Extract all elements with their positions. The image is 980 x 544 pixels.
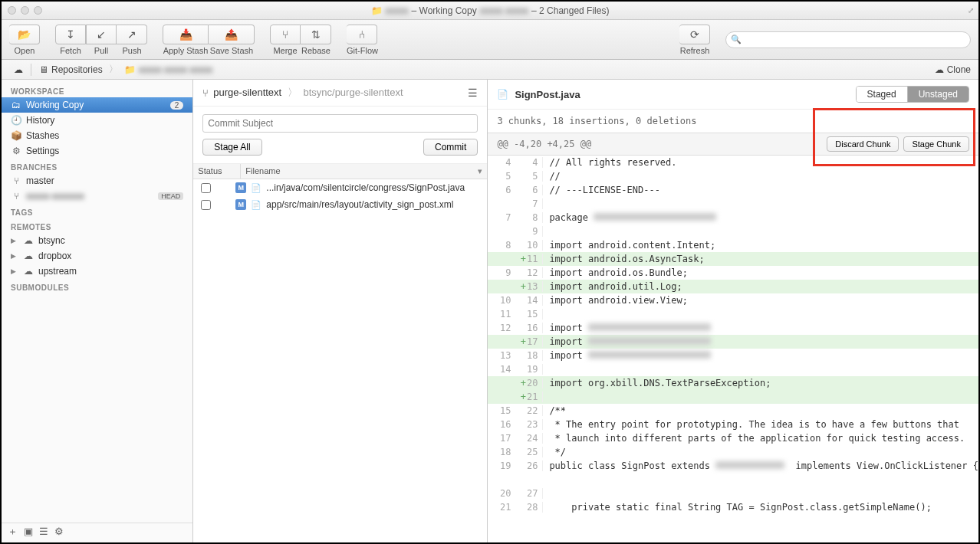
sidebar-item-master[interactable]: ⑂ master <box>2 173 192 188</box>
discard-chunk-button[interactable]: Discard Chunk <box>827 136 899 152</box>
pull-button[interactable]: ↙ <box>86 25 117 44</box>
code-line[interactable]: 20import org.xbill.DNS.TextParseExceptio… <box>488 376 978 390</box>
code-line[interactable]: 1825 */ <box>488 445 978 459</box>
code-line[interactable]: 17import <box>488 335 978 349</box>
gitflow-button[interactable]: ⑃ <box>347 25 377 44</box>
chevron-down-icon[interactable]: ▾ <box>478 166 482 176</box>
chevron-right-icon: ▶ <box>11 237 18 244</box>
unstaged-tab[interactable]: Unstaged <box>907 87 968 102</box>
list-icon[interactable]: ☰ <box>39 526 48 537</box>
stashes-icon: 📦 <box>11 130 21 141</box>
diff-filename: SignPost.java <box>515 89 580 100</box>
remote-icon: ☁ <box>23 235 34 246</box>
code-line[interactable]: 2027 <box>488 487 978 500</box>
remote-icon: ☁ <box>23 266 34 277</box>
commit-subject-input[interactable] <box>202 114 478 133</box>
repositories-crumb[interactable]: 🖥 Repositories <box>35 64 107 75</box>
code-line[interactable]: 21 <box>488 390 978 404</box>
fetch-button[interactable]: ↧ <box>55 25 86 44</box>
expand-icon[interactable]: ⤢ <box>968 6 974 15</box>
merge-button[interactable]: ⑂ <box>270 25 301 44</box>
modified-badge: M <box>235 182 246 193</box>
code-line[interactable]: 9 <box>488 224 978 238</box>
working-copy-icon: 🗂 <box>11 100 21 110</box>
sidebar-item-history[interactable]: 🕘 History <box>2 113 192 128</box>
column-filename[interactable]: Filename▾ <box>241 164 487 179</box>
stage-all-button[interactable]: Stage All <box>202 139 261 156</box>
open-label: Open <box>15 46 35 55</box>
settings-gear-icon[interactable]: ⚙ <box>54 526 64 537</box>
code-line[interactable]: 11import android.os.AsyncTask; <box>488 252 978 266</box>
file-path: ...in/java/com/silentcircle/congress/Sig… <box>266 182 465 193</box>
staged-tab[interactable]: Staged <box>857 87 907 102</box>
push-button[interactable]: ↗ <box>117 25 147 44</box>
code-line[interactable]: 912import android.os.Bundle; <box>488 266 978 280</box>
code-line[interactable]: 1724 * launch into different parts of th… <box>488 431 978 445</box>
branch-icon: ⑂ <box>202 87 209 99</box>
sidebar-footer: ＋ ▣ ☰ ⚙ <box>2 523 192 539</box>
code-line[interactable]: 66// ---LICENSE-END--- <box>488 183 978 197</box>
chevron-right-icon: ▶ <box>11 267 18 275</box>
zoom-window-button[interactable] <box>34 6 42 15</box>
code-line[interactable]: 7 <box>488 197 978 211</box>
code-line[interactable] <box>488 473 978 487</box>
apply-stash-button[interactable]: 📥 <box>163 25 209 44</box>
sidebar-item-remote-dropbox[interactable]: ▶ ☁ dropbox <box>2 248 192 264</box>
search-input[interactable] <box>725 31 971 48</box>
repo-crumb[interactable]: 📁 xxxxx xxxxx xxxxx <box>120 64 218 75</box>
code-line[interactable]: 44// All rights reserved. <box>488 156 978 169</box>
file-row[interactable]: M 📄 app/src/main/res/layout/activity_sig… <box>193 196 487 213</box>
clone-button[interactable]: ☁ Clone <box>935 64 971 75</box>
sidebar-item-stashes[interactable]: 📦 Stashes <box>2 128 192 143</box>
sidebar: WORKSPACE 🗂 Working Copy 2 🕘 History 📦 S… <box>2 80 193 542</box>
code-line[interactable]: 1014import android.view.View; <box>488 293 978 307</box>
code-line[interactable]: 810import android.content.Intent; <box>488 238 978 252</box>
code-line[interactable]: 13import android.util.Log; <box>488 280 978 293</box>
code-line[interactable]: 1419 <box>488 362 978 376</box>
gear-icon: ⚙ <box>11 146 21 156</box>
tags-header: TAGS <box>2 204 192 218</box>
code-line[interactable]: 1115 <box>488 307 978 321</box>
branch-breadcrumb: purge-silenttext 〉 btsync/purge-silentte… <box>213 86 403 100</box>
staged-unstaged-toggle[interactable]: Staged Unstaged <box>856 86 969 103</box>
code-line[interactable]: 1318import <box>488 349 978 362</box>
add-icon[interactable]: ＋ <box>8 525 18 539</box>
file-checkbox[interactable] <box>201 183 211 193</box>
file-checkbox[interactable] <box>201 200 211 210</box>
menu-icon[interactable]: ☰ <box>468 87 478 99</box>
refresh-label: Refresh <box>680 46 710 55</box>
rebase-button[interactable]: ⇅ <box>301 25 331 44</box>
code-line[interactable]: 1522/** <box>488 404 978 418</box>
sidebar-item-remote-btsync[interactable]: ▶ ☁ btsync <box>2 233 192 248</box>
close-window-button[interactable] <box>8 6 16 15</box>
code-line[interactable]: 1216import <box>488 321 978 335</box>
sidebar-item-working-copy[interactable]: 🗂 Working Copy 2 <box>2 97 192 113</box>
code-line[interactable]: 1623 * The entry point for prototyping. … <box>488 418 978 431</box>
code-line[interactable]: 1926public class SignPost extends implem… <box>488 459 978 473</box>
sidebar-item-remote-upstream[interactable]: ▶ ☁ upstream <box>2 264 192 279</box>
terminal-icon[interactable]: ▣ <box>24 526 33 537</box>
head-badge: HEAD <box>158 192 183 200</box>
code-line[interactable]: 55// <box>488 169 978 183</box>
open-button[interactable]: 📂 <box>9 25 40 44</box>
save-stash-button[interactable]: 📤 <box>209 25 255 44</box>
folder-icon: 📁 <box>371 5 383 16</box>
column-status[interactable]: Status <box>193 164 241 179</box>
history-icon: 🕘 <box>11 115 21 126</box>
code-line[interactable]: 2128 private static final String TAG = S… <box>488 500 978 514</box>
sidebar-item-current-branch[interactable]: ⑂ xxxxx-xxxxxxx HEAD <box>2 188 192 204</box>
cloud-icon[interactable]: ☁ <box>9 64 28 75</box>
refresh-button[interactable]: ⟳ <box>679 25 710 44</box>
stage-chunk-button[interactable]: Stage Chunk <box>903 136 969 152</box>
sidebar-item-settings[interactable]: ⚙ Settings <box>2 143 192 159</box>
file-row[interactable]: M 📄 ...in/java/com/silentcircle/congress… <box>193 179 487 196</box>
code-line[interactable]: 78package <box>488 211 978 224</box>
remote-icon: ☁ <box>23 251 34 261</box>
submodules-header: SUBMODULES <box>2 279 192 293</box>
minimize-window-button[interactable] <box>21 6 29 15</box>
diff-panel: 📄 SignPost.java Staged Unstaged 3 chunks… <box>488 80 978 542</box>
branches-header: BRANCHES <box>2 159 192 173</box>
file-path: app/src/main/res/layout/activity_sign_po… <box>266 199 453 210</box>
code-view[interactable]: 44// All rights reserved.55//66// ---LIC… <box>488 156 978 542</box>
commit-button[interactable]: Commit <box>423 139 478 156</box>
